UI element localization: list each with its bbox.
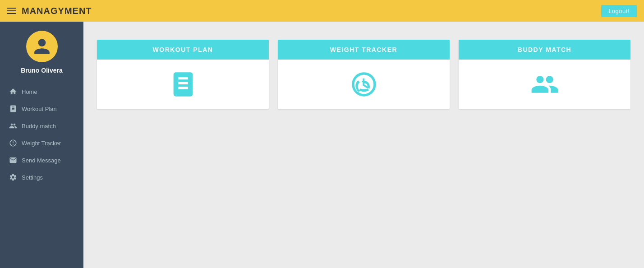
- main-content: WORKOUT PLAN WEIGHT TRACKER BUDDY MATCH: [83, 22, 644, 268]
- user-name: Bruno Olivera: [21, 67, 63, 74]
- workout-plan-icon: [169, 70, 198, 99]
- header-left: MANAGYMENT: [7, 6, 92, 16]
- dashboard-icon: [9, 139, 17, 147]
- settings-icon: [9, 173, 17, 181]
- card-buddy-match-body: [459, 60, 630, 109]
- card-buddy-match[interactable]: BUDDY MATCH: [459, 40, 630, 109]
- card-workout-plan-header: WORKOUT PLAN: [97, 40, 269, 60]
- home-icon: [9, 88, 17, 96]
- app-header: MANAGYMENT Logout!: [0, 0, 644, 22]
- sidebar-label-settings: Settings: [22, 174, 43, 181]
- user-icon: [32, 37, 51, 56]
- sidebar-label-buddy-match: Buddy match: [22, 123, 56, 129]
- sidebar: Bruno Olivera Home Workout Plan: [0, 22, 83, 268]
- sidebar-item-settings[interactable]: Settings: [0, 169, 83, 186]
- sidebar-label-weight-tracker: Weight Tracker: [22, 140, 61, 147]
- card-weight-tracker-body: [278, 60, 450, 109]
- main-layout: Bruno Olivera Home Workout Plan: [0, 22, 644, 268]
- sidebar-item-home[interactable]: Home: [0, 83, 83, 100]
- card-workout-plan[interactable]: WORKOUT PLAN: [97, 40, 269, 109]
- card-weight-tracker-header: WEIGHT TRACKER: [278, 40, 450, 60]
- card-buddy-match-header: BUDDY MATCH: [459, 40, 630, 60]
- sidebar-item-buddy-match[interactable]: Buddy match: [0, 117, 83, 134]
- sidebar-label-workout-plan: Workout Plan: [22, 106, 57, 112]
- card-weight-tracker[interactable]: WEIGHT TRACKER: [278, 40, 450, 109]
- weight-tracker-icon: [350, 70, 378, 99]
- sidebar-item-weight-tracker[interactable]: Weight Tracker: [0, 134, 83, 152]
- avatar: [26, 31, 58, 62]
- app-title: MANAGYMENT: [22, 6, 92, 16]
- sidebar-label-home: Home: [22, 88, 37, 95]
- logout-button[interactable]: Logout!: [601, 5, 637, 17]
- sidebar-item-send-message[interactable]: Send Message: [0, 152, 83, 169]
- book-icon: [9, 105, 17, 113]
- hamburger-icon[interactable]: [7, 8, 16, 14]
- buddy-match-icon: [530, 70, 559, 99]
- sidebar-label-send-message: Send Message: [22, 157, 61, 164]
- sidebar-item-workout-plan[interactable]: Workout Plan: [0, 100, 83, 117]
- group-icon: [9, 122, 17, 130]
- email-icon: [9, 156, 17, 164]
- cards-row: WORKOUT PLAN WEIGHT TRACKER BUDDY MATCH: [97, 40, 630, 109]
- card-workout-plan-body: [97, 60, 269, 109]
- sidebar-navigation: Home Workout Plan Buddy match: [0, 83, 83, 186]
